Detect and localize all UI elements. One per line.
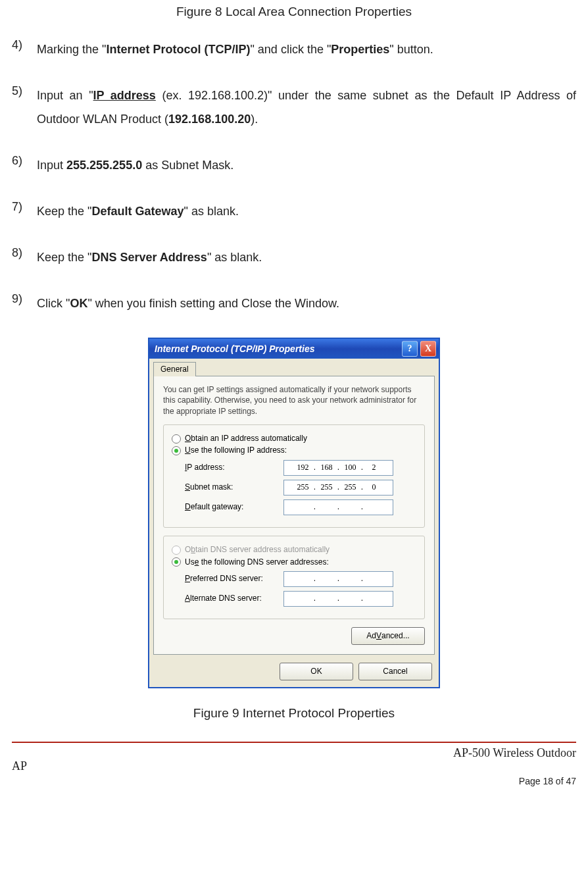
radio-icon [172, 557, 181, 567]
step-number: 5) [12, 84, 37, 131]
row-default-gateway: Default gateway: . . . [185, 499, 416, 515]
tab-general[interactable]: General [153, 362, 196, 377]
footer-ap: AP [12, 746, 27, 774]
step-number: 8) [12, 245, 37, 269]
radio-use-dns[interactable]: Use the following DNS server addresses: [172, 557, 416, 568]
row-ip-address: IP address: 192. 168. 100. 2 [185, 460, 416, 476]
page-footer: AP AP-500 Wireless Outdoor Page 18 of 47 [12, 746, 576, 788]
radio-use-ip[interactable]: Use the following IP address: [172, 445, 416, 456]
step-list: 4) Marking the "Internet Protocol (TCP/I… [12, 38, 576, 315]
tcpip-properties-dialog: Internet Protocol (TCP/IP) Properties ? … [148, 338, 440, 689]
step-text: Keep the "Default Gateway" as blank. [37, 199, 576, 223]
close-icon[interactable]: X [420, 341, 436, 357]
ok-button[interactable]: OK [280, 663, 353, 680]
radio-obtain-ip[interactable]: Obtain an IP address automatically [172, 434, 416, 444]
step-5: 5) Input an "IP address (ex. 192.168.100… [12, 84, 576, 131]
bold-term: Internet Protocol (TCP/IP) [106, 43, 250, 56]
step-7: 7) Keep the "Default Gateway" as blank. [12, 199, 576, 223]
cancel-button[interactable]: Cancel [358, 663, 432, 680]
general-panel: You can get IP settings assigned automat… [153, 376, 435, 655]
tab-strip: General [149, 359, 439, 376]
step-6: 6) Input 255.255.255.0 as Subnet Mask. [12, 153, 576, 177]
bold-term: 255.255.255.0 [66, 159, 142, 172]
step-4: 4) Marking the "Internet Protocol (TCP/I… [12, 38, 576, 61]
step-text: Click "OK" when you finish setting and C… [37, 292, 576, 315]
footer-rule [12, 742, 576, 743]
preferred-dns-input[interactable]: . . . [283, 571, 393, 587]
ip-group: Obtain an IP address automatically Use t… [163, 424, 425, 528]
alternate-dns-input[interactable]: . . . [283, 591, 393, 607]
ip-address-input[interactable]: 192. 168. 100. 2 [283, 460, 393, 476]
step-number: 4) [12, 38, 37, 61]
step-text: Keep the "DNS Server Address" as blank. [37, 245, 576, 269]
footer-product: AP-500 Wireless Outdoor [453, 746, 576, 761]
step-text: Input 255.255.255.0 as Subnet Mask. [37, 153, 576, 177]
step-number: 7) [12, 199, 37, 223]
radio-icon [172, 546, 181, 555]
row-subnet-mask: Subnet mask: 255. 255. 255. 0 [185, 480, 416, 496]
step-text: Marking the "Internet Protocol (TCP/IP)"… [37, 38, 576, 61]
row-alternate-dns: Alternate DNS server: . . . [185, 591, 416, 607]
step-text: Input an "IP address (ex. 192.168.100.2)… [37, 84, 576, 131]
bold-term: OK [70, 297, 87, 310]
step-number: 9) [12, 292, 37, 315]
step-number: 6) [12, 153, 37, 177]
titlebar: Internet Protocol (TCP/IP) Properties ? … [149, 339, 439, 359]
footer-page-number: Page 18 of 47 [453, 775, 576, 787]
radio-icon [172, 434, 181, 444]
row-preferred-dns: Preferred DNS server: . . . [185, 571, 416, 587]
bold-underline-term: IP address [93, 89, 156, 102]
radio-obtain-dns: Obtain DNS server address automatically [172, 545, 416, 555]
bold-term: Properties [331, 43, 389, 56]
step-9: 9) Click "OK" when you finish setting an… [12, 292, 576, 315]
subnet-mask-input[interactable]: 255. 255. 255. 0 [283, 480, 393, 496]
intro-text: You can get IP settings assigned automat… [163, 384, 425, 417]
dialog-title: Internet Protocol (TCP/IP) Properties [155, 343, 314, 355]
radio-icon [172, 446, 181, 455]
bold-term: Default Gateway [91, 205, 184, 218]
step-8: 8) Keep the "DNS Server Address" as blan… [12, 245, 576, 269]
bold-term: DNS Server Address [91, 251, 207, 264]
figure9-caption: Figure 9 Internet Protocol Properties [12, 705, 576, 722]
help-icon[interactable]: ? [402, 341, 418, 357]
advanced-button[interactable]: AdVanced... [351, 627, 425, 645]
dns-group: Obtain DNS server address automatically … [163, 536, 425, 619]
figure8-caption: Figure 8 Local Area Connection Propertie… [12, 4, 576, 20]
bold-term: 192.168.100.20 [168, 113, 251, 126]
default-gateway-input[interactable]: . . . [283, 499, 393, 515]
